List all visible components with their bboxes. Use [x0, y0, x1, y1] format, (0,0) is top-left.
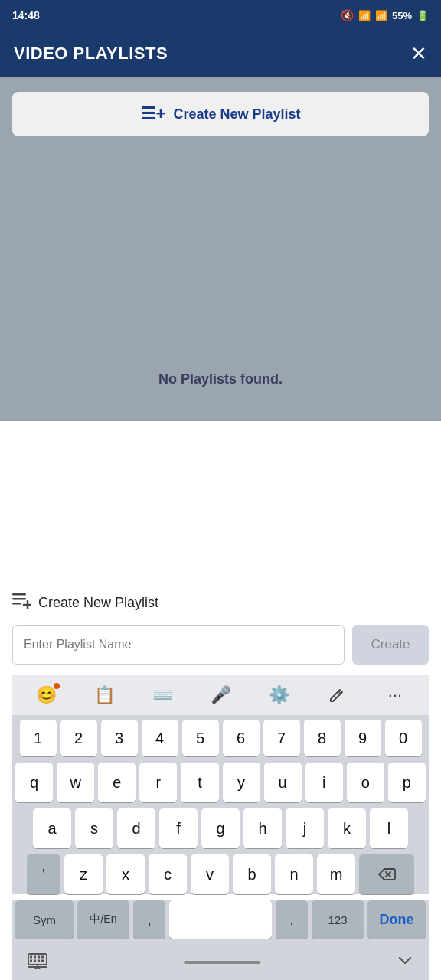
svg-rect-11	[41, 956, 44, 958]
main-content: ☰+ Create New Playlist	[0, 77, 441, 421]
svg-rect-9	[34, 956, 36, 958]
key-6[interactable]: 6	[223, 720, 260, 756]
clipboard-button[interactable]: 📋	[84, 680, 124, 710]
svg-rect-7	[28, 954, 47, 965]
svg-rect-14	[38, 959, 40, 962]
signal-icon: 📶	[375, 10, 387, 21]
key-s[interactable]: s	[75, 808, 113, 848]
app-title: VIDEO PLAYLISTS	[14, 44, 168, 64]
battery-indicator: 55%	[392, 10, 412, 21]
key-j[interactable]: j	[286, 808, 324, 848]
create-playlist-top-label: Create New Playlist	[173, 106, 300, 122]
key-e[interactable]: e	[98, 763, 136, 802]
key-u[interactable]: u	[264, 763, 302, 802]
key-z[interactable]: z	[64, 854, 103, 894]
status-bar: 14:48 🔇 📶 📶 55% 🔋	[0, 0, 441, 31]
emoji-button[interactable]: 😊	[26, 680, 66, 710]
key-3[interactable]: 3	[101, 720, 138, 756]
mute-icon: 🔇	[341, 9, 354, 21]
key-r[interactable]: r	[139, 763, 177, 802]
key-o[interactable]: o	[347, 763, 384, 802]
key-5[interactable]: 5	[182, 720, 219, 756]
key-9[interactable]: 9	[345, 720, 381, 756]
sym-button[interactable]: Sym	[15, 900, 74, 939]
svg-rect-8	[30, 956, 32, 958]
settings-button[interactable]: ⚙️	[259, 680, 299, 710]
key-w[interactable]: w	[57, 763, 94, 802]
row-zxcv: ' z x c v b n m	[15, 854, 426, 894]
edit-button[interactable]	[317, 680, 357, 710]
playlist-name-input[interactable]	[12, 625, 345, 665]
key-k[interactable]: k	[328, 808, 366, 848]
nav-bar	[12, 945, 429, 980]
key-h[interactable]: h	[243, 808, 282, 848]
playlist-add-icon: ☰+	[141, 104, 166, 124]
key-x[interactable]: x	[106, 854, 145, 894]
playlist-header-icon	[12, 593, 31, 612]
key-p[interactable]: p	[388, 763, 426, 802]
keyboard-settings-button[interactable]: ⌨️	[142, 680, 182, 710]
backspace-button[interactable]	[359, 854, 414, 894]
bottom-sheet: Create New Playlist Create 😊 📋 ⌨️ 🎤 ⚙️ ·…	[0, 580, 441, 980]
lang-button[interactable]: 中/En	[77, 900, 129, 939]
key-1[interactable]: 1	[20, 720, 57, 756]
keyboard-bottom-row: Sym 中/En , . 123 Done	[12, 900, 429, 945]
key-b[interactable]: b	[233, 854, 271, 894]
number-row: 1 2 3 4 5 6 7 8 9 0	[15, 720, 426, 756]
create-button[interactable]: Create	[352, 625, 429, 665]
row-asdf: a s d f g h j k l	[15, 808, 426, 848]
key-i[interactable]: i	[305, 763, 343, 802]
key-7[interactable]: 7	[263, 720, 300, 756]
app-header: VIDEO PLAYLISTS ✕	[0, 31, 441, 77]
keyboard-toolbar: 😊 📋 ⌨️ 🎤 ⚙️ ···	[12, 675, 429, 715]
key-l[interactable]: l	[370, 808, 408, 848]
keyboard-show-icon[interactable]	[28, 953, 47, 972]
key-g[interactable]: g	[201, 808, 240, 848]
key-apostrophe[interactable]: '	[27, 854, 60, 894]
key-q[interactable]: q	[15, 763, 53, 802]
key-4[interactable]: 4	[142, 720, 178, 756]
svg-rect-10	[38, 956, 40, 958]
key-y[interactable]: y	[223, 763, 260, 802]
create-playlist-top-button[interactable]: ☰+ Create New Playlist	[12, 92, 429, 136]
key-f[interactable]: f	[159, 808, 198, 848]
wifi-icon: 📶	[358, 10, 371, 21]
key-2[interactable]: 2	[60, 720, 97, 756]
svg-rect-0	[12, 593, 26, 596]
svg-rect-1	[12, 598, 26, 600]
key-8[interactable]: 8	[304, 720, 341, 756]
gesture-bar	[184, 961, 260, 964]
svg-rect-12	[30, 959, 32, 962]
more-options-button[interactable]: ···	[375, 680, 415, 710]
row-qwerty: q w e r t y u i o p	[15, 763, 426, 802]
key-t[interactable]: t	[181, 763, 218, 802]
svg-rect-13	[34, 959, 36, 962]
status-icons: 🔇 📶 📶 55% 🔋	[341, 9, 429, 21]
key-v[interactable]: v	[191, 854, 229, 894]
key-m[interactable]: m	[317, 854, 355, 894]
bottom-sheet-title: Create New Playlist	[38, 595, 158, 611]
num123-button[interactable]: 123	[312, 900, 364, 939]
comma-key[interactable]: ,	[133, 900, 165, 939]
svg-rect-15	[41, 959, 44, 962]
period-key[interactable]: .	[276, 900, 308, 939]
bottom-sheet-header: Create New Playlist	[12, 593, 429, 612]
microphone-button[interactable]: 🎤	[201, 680, 240, 710]
key-d[interactable]: d	[117, 808, 155, 848]
key-0[interactable]: 0	[385, 720, 422, 756]
keyboard-hide-icon[interactable]	[397, 952, 413, 973]
close-button[interactable]: ✕	[410, 44, 427, 64]
space-key[interactable]	[169, 900, 272, 939]
no-playlists-text: No Playlists found.	[0, 371, 441, 387]
input-row: Create	[12, 625, 429, 665]
status-time: 14:48	[12, 9, 40, 21]
done-button[interactable]: Done	[368, 900, 426, 939]
key-a[interactable]: a	[33, 808, 71, 848]
svg-rect-2	[12, 603, 21, 605]
keyboard: 1 2 3 4 5 6 7 8 9 0 q w e r t y u i o p …	[12, 715, 429, 894]
battery-icon: 🔋	[416, 10, 429, 21]
key-c[interactable]: c	[149, 854, 187, 894]
notif-dot	[54, 683, 60, 689]
key-n[interactable]: n	[275, 854, 313, 894]
